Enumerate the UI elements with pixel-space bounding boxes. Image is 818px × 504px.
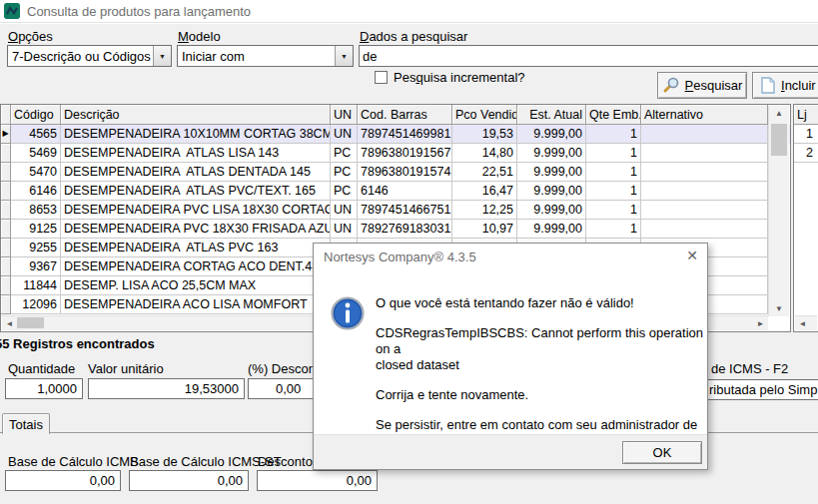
table-cell (641, 182, 768, 201)
column-header-lj[interactable]: Lj (794, 105, 818, 125)
scroll-down-icon[interactable]: ▼ (769, 301, 789, 316)
table-cell: DESEMPENADEIRA 10X10MM CORTAG 38CM ACO D… (61, 125, 331, 144)
close-icon[interactable]: ✕ (686, 248, 698, 263)
scroll-left-icon[interactable]: ◄ (2, 316, 17, 330)
table-row[interactable]: 5469DESEMPENADEIRA ATLAS LISA 143PC78963… (1, 144, 790, 163)
dados-label: Dados a pesquisar (360, 29, 467, 44)
table-cell: 14,80 (452, 144, 517, 163)
table-cell: 9.999,00 (517, 182, 586, 201)
search-input[interactable]: de (359, 45, 818, 67)
app-icon (4, 3, 20, 19)
opcoes-select[interactable]: 7-Descrição ou Códigos ▼ (7, 45, 172, 67)
dialog-title: Nortesys Company® 4.3.5 (324, 250, 476, 264)
table-cell: DESEMPENADEIRA ATLAS DENTADA 145 (61, 163, 331, 182)
table-cell: 1 (794, 125, 818, 144)
lj-grid[interactable]: Lj 12 ◄ (793, 104, 818, 332)
column-header[interactable]: Est. Atual (517, 105, 586, 125)
table-row[interactable]: 9125DESEMPENADEIRA PVC 18X30 FRISADA AZU… (1, 220, 790, 239)
dialog-line-3: Corrija e tente novamente. (376, 387, 705, 403)
row-indicator (1, 144, 11, 163)
table-cell: 7897451466751 (358, 201, 452, 220)
quantidade-field[interactable]: 1,0000 (5, 378, 83, 399)
incluir-label: Incluir pro (781, 78, 818, 93)
base-icms-field[interactable]: 0,00 (5, 470, 121, 491)
table-cell: DESEMPENADEIRA ATLAS PVC 163 (61, 239, 331, 257)
table-cell: 9.999,00 (517, 201, 586, 220)
table-cell: 7896380191574 (358, 163, 452, 182)
column-header[interactable]: Código (11, 105, 61, 125)
document-icon (761, 77, 775, 94)
row-indicator (1, 220, 11, 239)
modelo-selected-value: Iniciar com (178, 49, 335, 64)
base-icms-st-field[interactable]: 0,00 (129, 470, 249, 491)
table-cell: 4565 (11, 125, 61, 144)
table-row[interactable]: 1 (794, 125, 818, 144)
table-cell: 1 (586, 163, 641, 182)
table-cell (641, 144, 768, 163)
desconto-total-field[interactable]: 0,00 (257, 470, 378, 491)
table-cell: 7896380191567 (358, 144, 452, 163)
table-cell: DESEMPENADEIRA PVC LISA 18X30 CORTAG (61, 201, 331, 220)
lj-horizontal-scrollbar[interactable]: ◄ (795, 315, 817, 330)
table-cell (641, 201, 768, 220)
pesquisar-button[interactable]: Pesquisar (657, 72, 747, 99)
table-cell: 9.999,00 (517, 144, 586, 163)
tab-totais[interactable]: Totais (2, 413, 50, 434)
opcoes-label: Opções (8, 29, 53, 44)
incremental-label: Pesquisa incremental? (394, 70, 525, 85)
table-cell: PC (331, 144, 358, 163)
column-header[interactable]: Descrição (61, 105, 331, 125)
table-cell: DESEMP. LISA ACO 25,5CM MAX (61, 276, 331, 295)
table-row[interactable]: ▶4565DESEMPENADEIRA 10X10MM CORTAG 38CM … (1, 125, 790, 144)
scroll-up-icon[interactable]: ▲ (769, 106, 789, 121)
table-row[interactable]: 6146DESEMPENADEIRA ATLAS PVC/TEXT. 165PC… (1, 182, 790, 201)
row-indicator-header (1, 105, 11, 125)
scroll-left-icon[interactable]: ◄ (795, 316, 810, 330)
pesquisar-label: Pesquisar (685, 78, 743, 93)
window-title: Consulta de produtos para lançamento (27, 4, 251, 19)
valor-unitario-field[interactable]: 19,53000 (88, 378, 245, 399)
table-cell: 8653 (11, 201, 61, 220)
table-cell: 1 (586, 182, 641, 201)
table-cell: 6146 (358, 182, 452, 201)
incluir-produto-button[interactable]: Incluir pro (752, 72, 818, 99)
table-cell: 16,47 (452, 182, 517, 201)
valor-unitario-label: Valor unitário (88, 361, 164, 376)
table-cell: UN (331, 201, 358, 220)
search-icon (662, 77, 679, 94)
grid-vertical-scrollbar[interactable]: ▲ ▼ (768, 106, 789, 316)
table-cell: 12,25 (452, 201, 517, 220)
scroll-right-icon[interactable]: ► (753, 316, 768, 330)
title-bar: Consulta de produtos para lançamento (0, 0, 818, 23)
table-cell: 12096 (11, 295, 61, 314)
column-header[interactable]: Alternativo (641, 105, 768, 125)
table-row[interactable]: 5470DESEMPENADEIRA ATLAS DENTADA 145PC78… (1, 163, 790, 182)
table-row[interactable]: 2 (794, 144, 818, 163)
table-cell: 9125 (11, 220, 61, 239)
scrollbar-thumb[interactable] (17, 317, 44, 328)
column-header[interactable]: Pco Vendido (452, 105, 517, 125)
base-icms-label: Base de Cálculo ICMS (8, 454, 139, 469)
column-header[interactable]: Cod. Barras (358, 105, 452, 125)
column-header[interactable]: Qte Emb. (586, 105, 641, 125)
table-row[interactable]: 8653DESEMPENADEIRA PVC LISA 18X30 CORTAG… (1, 201, 790, 220)
modelo-select[interactable]: Iniciar com ▼ (177, 45, 354, 67)
table-cell: 1 (586, 220, 641, 239)
row-indicator (1, 257, 11, 276)
table-cell: 9367 (11, 257, 61, 276)
situacao-icms-field[interactable]: ributada pelo Simples N (699, 379, 818, 400)
table-cell: 1 (586, 125, 641, 144)
incremental-checkbox[interactable] (375, 71, 388, 84)
scrollbar-thumb[interactable] (771, 124, 787, 156)
table-cell (641, 125, 768, 144)
column-header[interactable]: UN (331, 105, 358, 125)
row-indicator (1, 295, 11, 314)
chevron-down-icon[interactable]: ▼ (153, 46, 171, 66)
table-cell: 1 (586, 201, 641, 220)
table-cell: DESEMPENADEIRA PVC 18X30 FRISADA AZUL SE… (61, 220, 331, 239)
table-cell: PC (331, 163, 358, 182)
chevron-down-icon[interactable]: ▼ (335, 46, 353, 66)
situacao-icms-label: de ICMS - F2 (711, 361, 788, 376)
table-cell: PC (331, 182, 358, 201)
ok-button[interactable]: OK (622, 441, 702, 464)
